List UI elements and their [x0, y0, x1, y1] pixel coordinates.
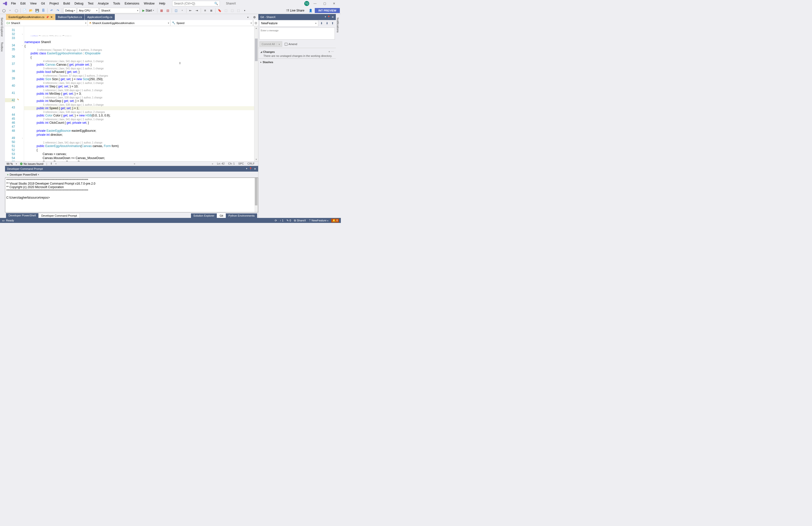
terminal-output[interactable]: ****************************************… — [5, 178, 258, 212]
git-pin-icon[interactable]: 📍 — [327, 16, 331, 19]
tb-uncomment-icon[interactable]: ≣ — [208, 8, 214, 13]
error-nav-icon[interactable]: ⬇ — [50, 162, 53, 165]
sb-repo[interactable]: ⧉ShareX — [294, 219, 306, 222]
scroll-down-icon[interactable]: ▼ — [255, 157, 258, 161]
sb-branch[interactable]: ᛘNewFeature▴ — [309, 219, 328, 222]
doc-tab[interactable]: ApplicationConfig.cs — [85, 14, 115, 20]
changes-header[interactable]: ◢ Changes + ⋯ — [260, 49, 334, 54]
undo-icon[interactable]: ↶ — [49, 8, 54, 13]
tb-g3-icon[interactable]: ⬚ — [235, 8, 241, 13]
code-editor[interactable]: 3132333435363738394041424344454647484950… — [5, 26, 258, 161]
fetch-icon[interactable]: ⬇ — [319, 21, 324, 26]
pin-icon[interactable]: 📌 — [46, 16, 49, 18]
tb-icon-3b[interactable]: ▾ — [179, 8, 185, 13]
menu-project[interactable]: Project — [47, 1, 61, 6]
sb-outgoing[interactable]: ↑1 — [280, 219, 284, 222]
push-icon[interactable]: ⬆ — [330, 21, 335, 26]
tb-g1-icon[interactable]: ⬚ — [223, 8, 229, 13]
rail-server-explorer[interactable]: Server Explorer — [0, 16, 5, 38]
forward-button[interactable]: ◯ — [14, 8, 19, 13]
user-avatar[interactable]: TG — [304, 1, 309, 6]
redo-icon[interactable]: ↷ — [55, 8, 61, 13]
open-icon[interactable]: 📂 — [28, 8, 33, 13]
tabs-gear-icon[interactable]: ⚙ — [252, 15, 257, 20]
config-combo[interactable]: Debug — [63, 8, 76, 13]
feedback-icon[interactable]: 👤 — [308, 8, 313, 13]
term-close-icon[interactable]: ✕ — [254, 167, 256, 170]
lineending-indicator[interactable]: CRLF — [247, 162, 255, 165]
save-all-icon[interactable]: 🗄 — [41, 8, 46, 13]
tb-icon-1[interactable]: ▦ — [159, 8, 164, 13]
zoom-level[interactable]: 99 % — [6, 162, 13, 165]
start-button[interactable]: ▶ Start ▾ — [140, 8, 156, 13]
search-box[interactable]: 🔍 — [172, 1, 220, 6]
new-project-icon[interactable]: 📄 — [22, 8, 27, 13]
tb-g2-icon[interactable]: ⬚ — [229, 8, 235, 13]
sb-notifications[interactable]: 🔔8 — [331, 219, 339, 222]
shell-dropdown[interactable]: Developer PowerShell — [10, 173, 37, 176]
nav-class-combo[interactable]: ⬘ ShareX.EasterEggAboutAnimation — [88, 20, 171, 26]
bottom-tab[interactable]: Developer Command Prompt — [39, 213, 80, 218]
tb-indent-left-icon[interactable]: ⇤ — [188, 8, 193, 13]
menu-edit[interactable]: Edit — [18, 1, 28, 6]
menu-debug[interactable]: Debug — [72, 1, 85, 6]
live-share-button[interactable]: ⮆ Live Share — [284, 9, 306, 12]
platform-combo[interactable]: Any CPU — [77, 8, 99, 13]
term-dd-icon[interactable]: ▾ — [246, 167, 247, 170]
add-icon[interactable]: + — [329, 50, 330, 54]
commit-button[interactable]: Commit All — [259, 41, 282, 47]
git-close-icon[interactable]: ✕ — [332, 16, 334, 19]
menu-build[interactable]: Build — [61, 1, 72, 6]
tb-icon-2[interactable]: ▤ — [165, 8, 171, 13]
branch-combo[interactable]: NewFeature ▾ — [259, 20, 318, 27]
menu-window[interactable]: Window — [142, 1, 157, 6]
stashes-header[interactable]: ▸ Stashes — [260, 60, 334, 65]
rail-notifications[interactable]: Notifications — [336, 16, 341, 34]
commit-message[interactable] — [259, 28, 335, 40]
menu-tools[interactable]: Tools — [111, 1, 122, 6]
maximize-button[interactable]: ▢ — [321, 1, 328, 6]
zoom-dd[interactable]: ▾ — [16, 163, 17, 165]
menu-analyze[interactable]: Analyze — [96, 1, 111, 6]
bottom-tab-right[interactable]: Git — [217, 213, 226, 218]
tb-comment-icon[interactable]: ≡ — [202, 8, 208, 13]
doc-tab[interactable]: BalloonTipAction.cs — [55, 14, 85, 20]
menu-test[interactable]: Test — [86, 1, 96, 6]
plus-icon[interactable]: + — [7, 173, 9, 176]
minimize-button[interactable]: — — [311, 1, 319, 6]
tb-overflow-icon[interactable]: ▾ — [242, 8, 247, 13]
doc-tab[interactable]: EasterEggAboutAnimation.cs📌✕ — [6, 14, 55, 20]
sb-sync[interactable]: ⟳ — [275, 219, 277, 222]
tb-indent-right-icon[interactable]: ⇥ — [194, 8, 200, 13]
bottom-tab-right[interactable]: Python Environments — [226, 213, 257, 218]
menu-help[interactable]: Help — [157, 1, 168, 6]
issues-indicator[interactable]: ✓ No issues found — [20, 162, 43, 165]
close-button[interactable]: ✕ — [330, 1, 338, 6]
pull-icon[interactable]: ⬇ — [325, 21, 329, 26]
scroll-thumb[interactable] — [255, 39, 258, 61]
close-icon[interactable]: ✕ — [50, 16, 53, 19]
menu-file[interactable]: File — [9, 1, 18, 6]
sb-pending[interactable]: ✎0 — [287, 219, 291, 222]
save-icon[interactable]: 💾 — [34, 8, 40, 13]
solution-name[interactable]: ShareX — [222, 1, 240, 6]
git-dd-icon[interactable]: ▾ — [325, 16, 326, 19]
term-scrollbar[interactable] — [255, 178, 258, 212]
nav-member-combo[interactable]: 🔧 Speed — [171, 20, 253, 26]
amend-checkbox[interactable]: Amend — [285, 43, 297, 46]
bottom-tab-right[interactable]: Solution Explorer — [191, 213, 217, 218]
split-icon[interactable]: ⊟ — [253, 20, 258, 26]
menu-git[interactable]: Git — [39, 1, 47, 6]
rail-toolbox[interactable]: Toolbox — [0, 41, 5, 53]
tabs-dd-icon[interactable]: ▾ — [245, 15, 251, 20]
search-input[interactable] — [174, 2, 214, 5]
editor-scrollbar[interactable]: ▲ ▼ — [254, 26, 258, 161]
bottom-tab[interactable]: Developer PowerShell — [6, 213, 38, 218]
nav-project-combo[interactable]: C# ShareX — [5, 20, 88, 26]
term-pin-icon[interactable]: 📍 — [249, 167, 252, 170]
scroll-up-icon[interactable]: ▲ — [255, 26, 258, 30]
startup-project-combo[interactable]: ShareX — [100, 8, 140, 13]
tb-icon-3[interactable]: ◫ — [173, 8, 179, 13]
tb-bookmark-icon[interactable]: 🔖 — [217, 8, 222, 13]
menu-view[interactable]: View — [28, 1, 39, 6]
